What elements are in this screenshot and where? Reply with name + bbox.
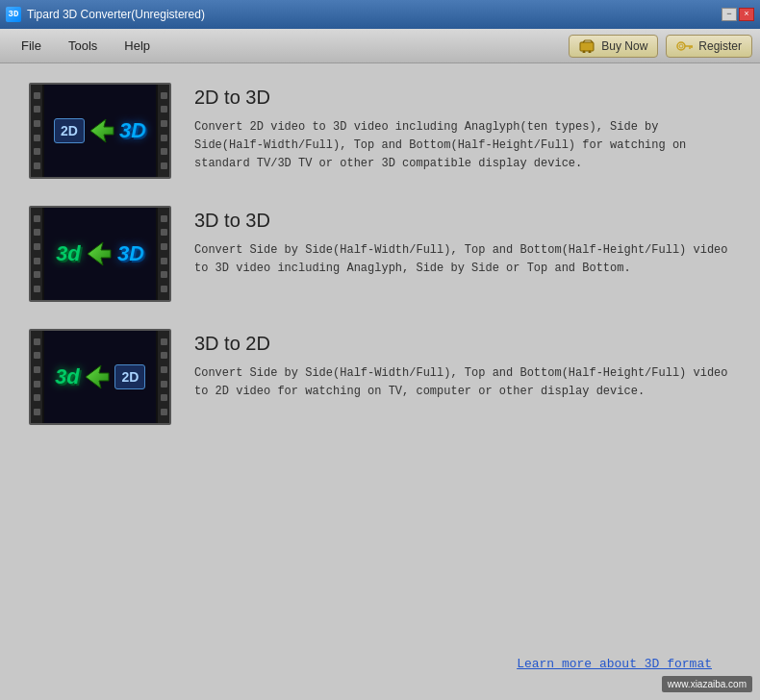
- film-hole: [34, 92, 40, 99]
- film-hole: [34, 215, 40, 222]
- film-hole: [161, 148, 167, 155]
- film-hole: [161, 394, 167, 401]
- title-text: Tipard 3D Converter(Unregistered): [27, 8, 205, 21]
- cart-icon: [579, 39, 596, 53]
- card-info-3d-2d: 3D to 2D Convert Side by Side(Half-Width…: [194, 329, 731, 401]
- card-desc-2d-3d: Convert 2D video to 3D video including A…: [194, 118, 731, 174]
- film-hole: [161, 258, 167, 264]
- label-3d-src: 3d: [55, 364, 79, 389]
- card-inner-3d-3d: 3d 3D: [44, 208, 156, 300]
- card-title-3d-2d: 3D to 2D: [194, 333, 731, 355]
- buy-now-label: Buy Now: [601, 39, 647, 53]
- film-hole: [161, 120, 167, 127]
- film-holes-right-2: [158, 208, 169, 300]
- svg-rect-0: [580, 42, 594, 51]
- film-hole: [161, 243, 167, 250]
- film-hole: [34, 229, 40, 236]
- card-2d-to-3d[interactable]: 2D 3D: [29, 83, 731, 179]
- film-hole: [161, 338, 167, 345]
- film-hole: [34, 271, 40, 278]
- buy-now-button[interactable]: Buy Now: [569, 35, 658, 58]
- watermark-text: www.xiazaiba.com: [668, 679, 747, 689]
- key-icon: [676, 39, 694, 53]
- filmstrip-bg-1: 2D 3D: [44, 85, 156, 177]
- card-image-3d-2d: 3d 2D: [29, 329, 171, 425]
- title-left: 3D Tipard 3D Converter(Unregistered): [6, 7, 205, 22]
- menu-tools[interactable]: Tools: [55, 33, 111, 59]
- card-info-2d-3d: 2D to 3D Convert 2D video to 3D video in…: [194, 83, 731, 174]
- film-hole: [34, 352, 40, 359]
- card-desc-3d-3d: Convert Side by Side(Half-Width/Full), T…: [194, 241, 731, 278]
- minimize-button[interactable]: −: [722, 8, 737, 21]
- menu-items: File Tools Help: [8, 33, 164, 59]
- title-buttons: − ×: [722, 8, 754, 21]
- film-hole: [161, 106, 167, 112]
- svg-point-4: [679, 44, 683, 48]
- film-hole: [34, 409, 40, 415]
- card-inner-2d-3d: 2D 3D: [44, 85, 156, 177]
- film-hole: [34, 243, 40, 250]
- film-hole: [34, 135, 40, 141]
- card-desc-3d-2d: Convert Side by Side(Half-Width/Full), T…: [194, 364, 731, 401]
- film-hole: [34, 366, 40, 373]
- label-3d-left: 3d: [56, 241, 80, 266]
- arrow-3d-3d-icon: [84, 238, 114, 269]
- film-hole: [34, 106, 40, 112]
- film-holes-left-1: [31, 85, 42, 177]
- app-icon: 3D: [6, 7, 21, 22]
- film-holes-left-2: [31, 208, 42, 300]
- learn-more-link[interactable]: Learn more about 3D format: [517, 657, 712, 671]
- film-holes-right-3: [158, 331, 169, 423]
- film-hole: [161, 381, 167, 388]
- card-title-2d-3d: 2D to 3D: [194, 87, 731, 109]
- film-hole: [161, 271, 167, 278]
- film-hole: [161, 409, 167, 415]
- film-hole: [161, 229, 167, 236]
- register-button[interactable]: Register: [666, 35, 752, 58]
- card-3d-to-2d[interactable]: 3d 2D: [29, 329, 731, 425]
- film-hole: [34, 338, 40, 345]
- menu-file[interactable]: File: [8, 33, 55, 59]
- card-info-3d-3d: 3D to 3D Convert Side by Side(Half-Width…: [194, 206, 731, 278]
- film-hole: [161, 135, 167, 141]
- filmstrip-bg-3: 3d 2D: [44, 331, 156, 423]
- title-bar: 3D Tipard 3D Converter(Unregistered) − ×: [0, 0, 760, 29]
- menu-right: Buy Now Register: [569, 35, 752, 58]
- main-content: 2D 3D: [0, 63, 760, 700]
- menu-help[interactable]: Help: [111, 33, 164, 59]
- svg-point-3: [677, 42, 685, 50]
- menu-bar: File Tools Help Buy Now: [0, 29, 760, 63]
- film-hole: [161, 215, 167, 222]
- film-hole: [34, 148, 40, 155]
- film-hole: [34, 394, 40, 401]
- film-hole: [34, 381, 40, 388]
- film-hole: [161, 366, 167, 373]
- film-hole: [34, 162, 40, 169]
- label-2d: 2D: [54, 118, 85, 143]
- card-inner-3d-2d: 3d 2D: [44, 331, 156, 423]
- arrow-3d-2d-icon: [82, 362, 113, 392]
- card-image-2d-3d: 2D 3D: [29, 83, 171, 179]
- film-hole: [34, 286, 40, 292]
- film-hole: [161, 352, 167, 359]
- film-holes-left-3: [31, 331, 42, 423]
- film-hole: [34, 120, 40, 127]
- card-title-3d-3d: 3D to 3D: [194, 210, 731, 232]
- film-hole: [161, 162, 167, 169]
- register-label: Register: [698, 39, 742, 53]
- film-hole: [161, 286, 167, 292]
- film-hole: [161, 92, 167, 99]
- label-3d-right: 3D: [117, 241, 144, 266]
- card-image-3d-3d: 3d 3D: [29, 206, 171, 302]
- film-hole: [34, 258, 40, 264]
- film-holes-right-1: [158, 85, 169, 177]
- label-2d-dest: 2D: [114, 364, 145, 389]
- watermark: www.xiazaiba.com: [662, 676, 752, 692]
- close-button[interactable]: ×: [739, 8, 754, 21]
- card-3d-to-3d[interactable]: 3d 3D: [29, 206, 731, 302]
- arrow-3d-icon: [87, 115, 117, 146]
- filmstrip-bg-2: 3d 3D: [44, 208, 156, 300]
- label-3d-1: 3D: [119, 118, 146, 143]
